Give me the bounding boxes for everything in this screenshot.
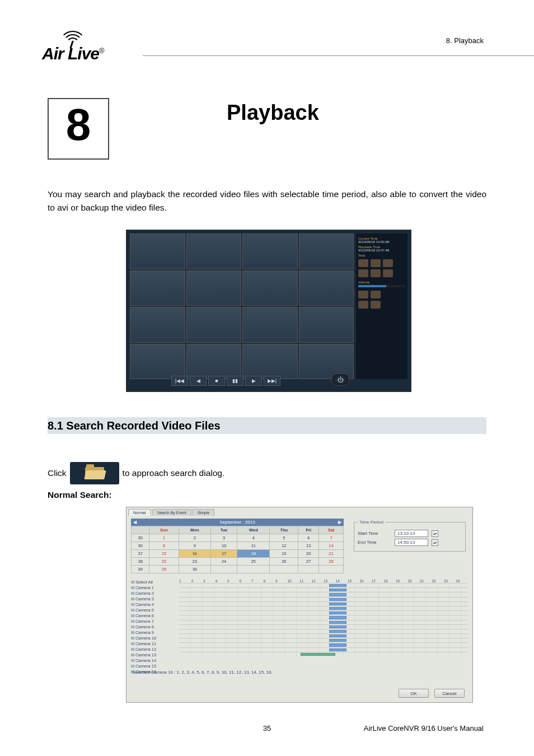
spinner-icon[interactable]: ▴▾ (432, 530, 438, 537)
timeline-row[interactable] (179, 629, 468, 633)
calendar-day[interactable]: 3 (210, 534, 237, 542)
calendar-header: ◀ September , 2013 ▶ (131, 519, 344, 526)
camera-checkbox[interactable]: Camera 13 (131, 652, 177, 657)
rewind-button[interactable]: ◀ (190, 376, 207, 386)
panel-icon[interactable] (371, 291, 381, 298)
calendar-day[interactable]: 28 (319, 558, 344, 566)
start-time-input[interactable]: 13:10:13 (395, 530, 428, 537)
calendar-day[interactable]: 15 (149, 550, 179, 558)
calendar-day[interactable] (210, 566, 237, 573)
panel-icon[interactable] (383, 269, 393, 277)
panel-icon[interactable] (358, 269, 368, 277)
camera-checkbox[interactable]: Camera 7 (131, 618, 177, 624)
camera-checkbox[interactable]: Camera 8 (131, 624, 177, 629)
timeline-row[interactable] (179, 642, 468, 647)
calendar-day[interactable]: 29 (149, 566, 179, 573)
panel-icon[interactable] (358, 259, 368, 267)
calendar-day[interactable]: 16 (179, 550, 210, 558)
timeline-row[interactable] (179, 583, 468, 587)
camera-checkbox[interactable]: Camera 12 (131, 646, 177, 652)
panel-icon[interactable] (371, 301, 381, 309)
camera-checkbox[interactable]: Camera 6 (131, 613, 177, 618)
skip-back-button[interactable]: |◀◀ (171, 376, 188, 386)
timeline-row[interactable] (179, 638, 468, 642)
calendar-day[interactable]: 13 (298, 542, 319, 550)
panel-icon[interactable] (358, 291, 368, 298)
calendar-day[interactable]: 30 (179, 566, 210, 573)
timeline-row[interactable] (179, 592, 468, 596)
volume-slider[interactable] (358, 285, 405, 287)
camera-checkbox[interactable]: Camera 4 (131, 601, 177, 607)
timeline-row[interactable] (179, 601, 468, 606)
skip-forward-button[interactable]: ▶▶| (264, 376, 280, 386)
calendar-day[interactable]: 6 (298, 534, 319, 542)
play-button[interactable]: ▶ (245, 376, 262, 386)
calendar-day[interactable]: 1 (149, 534, 179, 542)
calendar-day[interactable]: 14 (319, 542, 344, 550)
timeline-row[interactable] (179, 633, 468, 638)
calendar-day[interactable]: 12 (270, 542, 298, 550)
timeline-row[interactable] (179, 652, 468, 656)
camera-checkbox[interactable]: Camera 10 (131, 635, 177, 641)
search-folder-button[interactable] (70, 462, 119, 484)
stop-button[interactable]: ■ (208, 376, 225, 386)
calendar-day[interactable]: 27 (298, 558, 319, 566)
camera-checkbox[interactable]: Camera 5 (131, 607, 177, 613)
pause-button[interactable]: ▮▮ (227, 376, 243, 386)
calendar-day[interactable]: 9 (179, 542, 210, 550)
cancel-button[interactable]: Cancel (434, 689, 465, 698)
calendar-day[interactable]: 17 (210, 550, 237, 558)
timeline-row[interactable] (179, 620, 468, 624)
camera-checkbox[interactable]: Camera 2 (131, 590, 177, 596)
timeline-row[interactable] (179, 587, 468, 592)
spinner-icon[interactable]: ▴▾ (432, 539, 438, 546)
calendar-day[interactable]: 21 (319, 550, 344, 558)
calendar-day[interactable]: 19 (270, 550, 298, 558)
calendar-prev-icon[interactable]: ◀ (132, 520, 138, 525)
calendar-day[interactable]: 2 (179, 534, 210, 542)
calendar-day[interactable] (270, 566, 298, 573)
time-period-panel: Time Period Start Time 13:10:13 ▴▾ End T… (354, 520, 466, 552)
timeline-row[interactable] (179, 615, 468, 619)
tab-normal[interactable]: Normal (128, 509, 151, 516)
calendar-next-icon[interactable]: ▶ (337, 520, 343, 525)
calendar-day[interactable] (237, 566, 270, 573)
calendar-day[interactable]: 7 (319, 534, 344, 542)
tab-search-by-event[interactable]: Search By Event (152, 509, 191, 516)
camera-checkbox[interactable]: Camera 14 (131, 657, 177, 663)
camera-checkbox[interactable]: Camera 9 (131, 629, 177, 635)
camera-checkbox[interactable]: Camera 11 (131, 641, 177, 646)
camera-checkbox[interactable]: Camera 15 (131, 663, 177, 669)
panel-icon[interactable] (371, 269, 381, 277)
timeline-row[interactable] (179, 597, 468, 601)
calendar-day[interactable]: 8 (149, 542, 179, 550)
calendar-day[interactable]: 24 (210, 558, 237, 566)
calendar-day[interactable]: 23 (179, 558, 210, 566)
timeline-row[interactable] (179, 606, 468, 610)
panel-icon[interactable] (383, 259, 393, 267)
ok-button[interactable]: OK (399, 689, 429, 698)
panel-icon[interactable] (358, 301, 368, 309)
camera-checkbox[interactable]: Camera 1 (131, 585, 177, 590)
calendar-day[interactable] (319, 566, 344, 573)
calendar-day[interactable]: 26 (270, 558, 298, 566)
calendar-day[interactable]: 4 (237, 534, 270, 542)
panel-icon[interactable] (371, 259, 381, 267)
camera-checkbox[interactable]: Camera 3 (131, 596, 177, 601)
power-button[interactable]: ⏻ (331, 374, 349, 386)
calendar-day[interactable]: 5 (270, 534, 298, 542)
timeline-row[interactable] (179, 624, 468, 629)
calendar-day[interactable]: 22 (149, 558, 179, 566)
calendar-day[interactable]: 10 (210, 542, 237, 550)
chapter-number: 8 (66, 102, 91, 147)
select-all-checkbox[interactable]: Select All (131, 579, 177, 585)
calendar-day-selected[interactable]: 18 (237, 550, 270, 558)
calendar-day[interactable] (298, 566, 319, 573)
calendar-day[interactable]: 25 (237, 558, 270, 566)
timeline-row[interactable] (179, 647, 468, 652)
end-time-input[interactable]: 14:50:13 (395, 539, 428, 546)
calendar-day[interactable]: 20 (298, 550, 319, 558)
timeline-row[interactable] (179, 610, 468, 615)
calendar-day[interactable]: 11 (237, 542, 270, 550)
tab-simple[interactable]: Simple (193, 509, 214, 516)
